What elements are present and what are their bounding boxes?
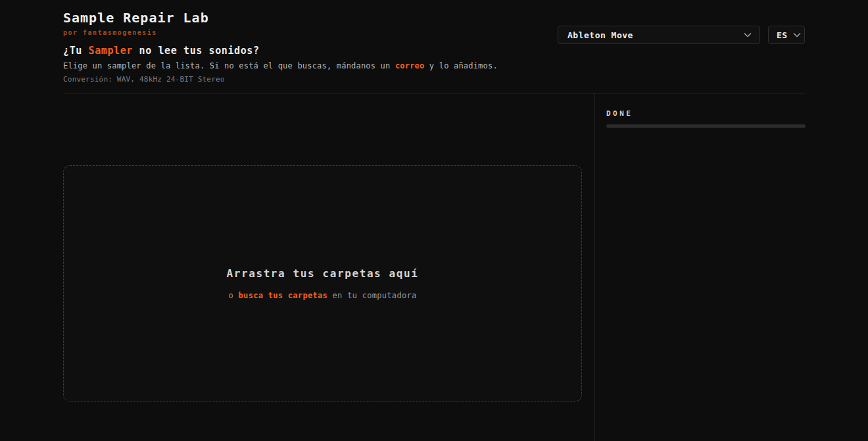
done-label: DONE [606,109,805,118]
app-title: Sample Repair Lab [63,10,805,26]
chevron-down-icon [793,32,801,38]
browse-folders-link[interactable]: busca tus carpetas [239,291,327,300]
dropzone-subtitle: o busca tus carpetas en tu computadora [229,291,417,300]
conversion-info: Conversión: WAV, 48kHz 24-BIT Stereo [63,75,805,84]
headline-accent: Sampler [89,45,133,57]
language-select-value: ES [777,30,788,40]
page-container: Sample Repair Lab por fantasmogenesis ¿T… [63,0,805,441]
subline-post: y lo añadimos. [424,61,497,70]
status-panel: DONE [594,93,805,441]
header-controls: Ableton Move ES [558,26,805,44]
dropzone-sub-pre: o [229,291,239,300]
headline-pre: ¿Tu [63,45,89,57]
subline: Elige un sampler de la lista. Si no está… [63,61,805,70]
chevron-down-icon [744,32,752,38]
subline-pre: Elige un sampler de la lista. Si no está… [63,61,395,70]
header: Sample Repair Lab por fantasmogenesis ¿T… [63,0,805,84]
main-area: Arrastra tus carpetas aquí o busca tus c… [63,93,805,441]
dropzone-column: Arrastra tus carpetas aquí o busca tus c… [63,93,594,441]
language-select[interactable]: ES [768,26,805,44]
folder-dropzone[interactable]: Arrastra tus carpetas aquí o busca tus c… [63,165,582,402]
headline-post: no lee tus sonidos? [133,45,260,57]
email-link[interactable]: correo [395,61,425,70]
sampler-select-value: Ableton Move [567,30,633,40]
dropzone-sub-post: en tu computadora [327,291,416,300]
sampler-select[interactable]: Ableton Move [558,26,760,44]
progress-bar [606,124,806,128]
headline: ¿Tu Sampler no lee tus sonidos? [63,45,805,57]
dropzone-title: Arrastra tus carpetas aquí [226,267,418,280]
